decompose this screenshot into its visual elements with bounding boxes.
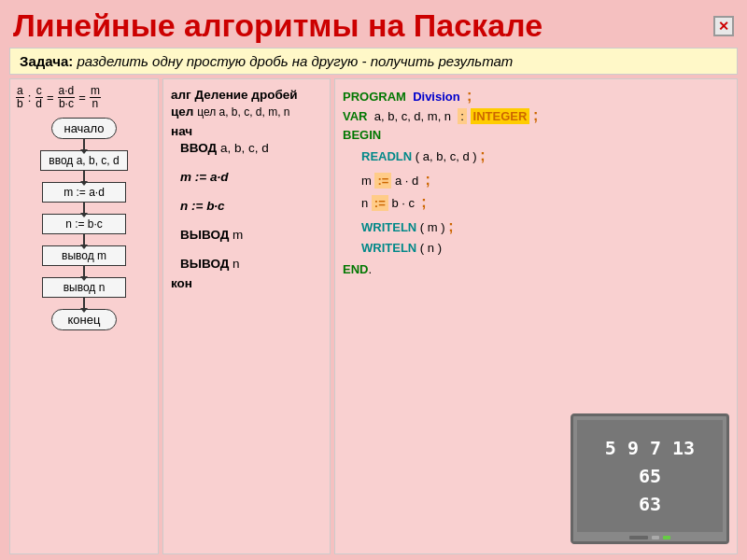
- kw-writeln1: WRITELN: [361, 220, 416, 234]
- fc-start: начало: [51, 118, 117, 139]
- monitor-line3: 63: [639, 490, 661, 518]
- m-var: m: [361, 174, 372, 188]
- assign2-highlight: :=: [372, 195, 388, 211]
- kw-end: END: [343, 262, 368, 276]
- mid-panel: алг Деление дробей цел цел a, b, c, d, m…: [162, 78, 331, 554]
- n-semi: ;: [421, 194, 426, 211]
- colon-highlight: :: [458, 108, 467, 124]
- m-semi: ;: [426, 172, 430, 189]
- fc-arrow5: [83, 266, 85, 277]
- flowchart: начало ввод a, b, c, d m := a·d n := b·c…: [16, 118, 152, 330]
- main-content: a b : c d = a·d b·c = m n: [9, 78, 738, 554]
- task-text: разделить одну простую дробь на другую -…: [73, 53, 513, 69]
- left-panel: a b : c d = a·d b·c = m n: [9, 78, 159, 554]
- writeln2-arg: n: [428, 241, 434, 255]
- readln-semi: ;: [480, 147, 485, 164]
- readln-args: a, b, c, d: [423, 149, 470, 163]
- alg-m-assign: m := a·d: [180, 170, 322, 184]
- task-bar: Задача: разделить одну простую дробь на …: [9, 48, 738, 75]
- kw-integer: INTEGER: [471, 108, 530, 124]
- kw-writeln2: WRITELN: [361, 241, 416, 255]
- code-writeln2: WRITELN ( n ): [343, 241, 729, 255]
- monitor-line1: 5 9 7 13: [605, 434, 695, 462]
- monitor-line2: 65: [639, 462, 661, 490]
- assign1-highlight: :=: [374, 173, 391, 189]
- code-readln: READLN ( a, b, c, d ) ;: [343, 147, 729, 164]
- header: Линейные алгоритмы на Паскале ✕: [0, 0, 747, 48]
- var-list: a, b, c, d, m, n: [374, 109, 451, 123]
- alg-title: алг Деление дробей: [171, 88, 322, 102]
- alg-vyvod-n: ВЫВОД n: [180, 257, 322, 271]
- alg-n-assign: n := b·c: [180, 199, 322, 213]
- code-end: END .: [343, 262, 729, 276]
- right-panel: PROGRAM Division ; VAR a, b, c, d, m, n …: [334, 78, 738, 554]
- n-var: n: [361, 196, 368, 210]
- writeln1-p1: (: [420, 220, 424, 234]
- fc-arrow1: [83, 139, 85, 150]
- monitor-screen: 5 9 7 13 65 63: [577, 420, 723, 532]
- monitor: 5 9 7 13 65 63: [571, 413, 729, 544]
- writeln2-p2: ): [438, 241, 442, 255]
- frac-ad-bd: a·d b·c: [58, 85, 76, 110]
- fraction-display: a b : c d = a·d b·c = m n: [16, 85, 101, 110]
- writeln1-p2: ): [441, 220, 444, 234]
- alg-cel: цел цел a, b, c, d, m, n: [171, 105, 322, 119]
- alg-nach: нач: [171, 124, 322, 138]
- writeln1-arg: m: [428, 220, 438, 234]
- kw-program: PROGRAM: [343, 90, 406, 104]
- code-program-line: PROGRAM Division ;: [343, 88, 729, 105]
- alg-vyvod-m: ВЫВОД m: [180, 228, 322, 242]
- frac-c-d: c d: [35, 85, 43, 110]
- kw-var: VAR: [343, 109, 367, 123]
- kw-begin: BEGIN: [343, 128, 381, 142]
- fc-arrow6: [83, 298, 85, 309]
- writeln2-p1: (: [420, 241, 424, 255]
- readln-paren2: ): [472, 149, 476, 163]
- pascal-semi2: ;: [533, 107, 538, 124]
- code-var-line: VAR a, b, c, d, m, n : INTEGER ;: [343, 107, 729, 124]
- pascal-division: Division: [413, 90, 460, 104]
- code-writeln1: WRITELN ( m ) ;: [343, 218, 729, 235]
- close-button[interactable]: ✕: [713, 16, 734, 36]
- frac-a-b: a b: [16, 85, 24, 110]
- page-title: Линейные алгоритмы на Паскале: [13, 7, 543, 44]
- pascal-semi1: ;: [467, 88, 472, 105]
- pascal-dot: .: [368, 262, 372, 276]
- writeln1-semi: ;: [448, 218, 453, 235]
- alg-keyword: алг Деление дробей: [171, 88, 298, 102]
- fc-arrow3: [83, 203, 85, 214]
- frac-m-n: m n: [90, 85, 101, 110]
- alg-vars: цел a, b, c, d, m, n: [197, 105, 289, 119]
- alg-vvod: ВВОД a, b, c, d: [180, 141, 322, 155]
- code-begin: BEGIN: [343, 128, 729, 142]
- task-label: Задача:: [20, 53, 73, 69]
- fc-arrow4: [83, 234, 85, 245]
- n-expr: b · c: [391, 196, 415, 210]
- code-n-assign: n := b · c ;: [343, 194, 729, 211]
- readln-paren1: (: [416, 149, 419, 163]
- fc-arrow2: [83, 171, 85, 182]
- code-m-assign: m := a · d ;: [343, 172, 729, 189]
- kw-readln: READLN: [361, 149, 412, 163]
- page: Линейные алгоритмы на Паскале ✕ Задача: …: [0, 0, 747, 560]
- m-expr: a · d: [395, 174, 418, 188]
- alg-kon: кон: [171, 276, 322, 290]
